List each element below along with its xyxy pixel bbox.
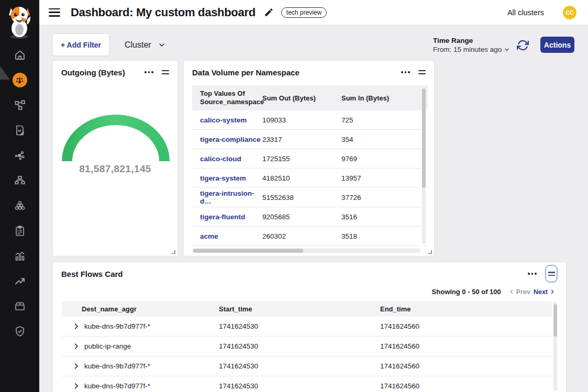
- avatar[interactable]: CC: [563, 6, 576, 19]
- table-row: calico-system 109033 725: [192, 110, 428, 130]
- expand-row-chevron-icon[interactable]: [72, 382, 80, 390]
- table-row: kube-dns-9b7d977f-* 1741624530 174162456…: [62, 356, 552, 376]
- clipboard-list-icon: [14, 225, 26, 237]
- gauge-arc: [53, 107, 179, 164]
- namespace-link[interactable]: calico-cloud: [200, 155, 241, 163]
- table-row: tigera-system 4182510 13957: [192, 169, 428, 188]
- namespace-link[interactable]: tigera-compliance: [200, 136, 261, 143]
- time-range-label: Time Range: [433, 37, 510, 44]
- trend-arrow-icon: [14, 275, 26, 287]
- column-header: Start_time: [219, 305, 380, 313]
- chevron-down-icon: [158, 41, 166, 49]
- stats-chart-icon: [14, 250, 26, 262]
- column-header: Sum Out (Bytes): [262, 94, 341, 102]
- refresh-icon[interactable]: [517, 39, 529, 52]
- sidebar-item-home[interactable]: [13, 49, 27, 61]
- next-page-button[interactable]: Next: [534, 288, 556, 296]
- table-row: acme 260302 3518: [192, 227, 428, 246]
- table-header-row: Top Values Of Source_namespace Sum Out (…: [192, 85, 428, 110]
- resize-handle[interactable]: [428, 250, 432, 254]
- column-header: End_time: [380, 305, 552, 313]
- calico-cat-logo[interactable]: [5, 4, 34, 39]
- chevron-right-icon: [549, 288, 556, 295]
- cluster-dropdown-label: Cluster: [125, 40, 151, 50]
- sidebar-item-statistics[interactable]: [13, 250, 27, 262]
- vertical-scrollbar[interactable]: [553, 302, 557, 391]
- package-box-icon: [14, 300, 26, 312]
- time-range: Time Range From: 15 minutes ago: [433, 37, 510, 53]
- chevron-left-icon: [508, 288, 515, 295]
- table-row: kube-dns-9b7d977f-* 1741624530 174162456…: [62, 376, 552, 392]
- best-flows-card: Best Flows Card Showing 0 - 50 of 100 Pr…: [52, 262, 567, 392]
- cluster-circles-icon: [14, 199, 26, 212]
- resize-handle[interactable]: [172, 250, 175, 254]
- column-header: Sum In (Bytes): [341, 94, 420, 102]
- table-row: tigera-fluentd 9205685 3516: [192, 207, 428, 227]
- report-edit-icon: [14, 124, 26, 137]
- topology-icon: [14, 99, 26, 111]
- shield-check-icon: [14, 325, 26, 338]
- sidebar-item-reports[interactable]: [13, 124, 27, 137]
- namespace-link[interactable]: tigera-intrusion-d…: [200, 189, 254, 205]
- sidebar-item-service-graph[interactable]: [13, 99, 27, 111]
- sidebar-item-workloads[interactable]: [13, 300, 27, 312]
- prev-page-button[interactable]: Prev: [508, 288, 530, 296]
- pagination: Showing 0 - 50 of 100 Prev Next: [432, 288, 556, 296]
- gauge-value: 81,587,821,145: [53, 163, 177, 175]
- vertical-scrollbar[interactable]: [422, 87, 426, 244]
- chevron-down-icon: [504, 47, 510, 53]
- actions-button[interactable]: Actions: [540, 37, 574, 53]
- card-drag-handle-icon[interactable]: [418, 68, 426, 76]
- add-filter-button[interactable]: + Add Filter: [52, 33, 109, 56]
- card-options-icon[interactable]: [401, 69, 410, 75]
- expand-row-chevron-icon[interactable]: [72, 342, 80, 350]
- card-title: Data Volume per Namespace: [192, 68, 299, 77]
- table-header-row: Dest_name_aggr Start_time End_time: [62, 301, 552, 317]
- namespace-link[interactable]: calico-system: [200, 116, 247, 124]
- home-icon: [14, 49, 26, 61]
- topbar: Dashboard: My custom dashboard tech prev…: [39, 0, 588, 25]
- sidebar-item-network-sets[interactable]: [13, 174, 27, 187]
- network-tree-icon: [14, 174, 26, 187]
- sidebar: [0, 0, 39, 392]
- table-row: calico-cloud 1725155 9769: [192, 149, 428, 169]
- expand-row-chevron-icon[interactable]: [72, 322, 80, 330]
- card-drag-handle-icon[interactable]: [162, 68, 169, 76]
- edit-pencil-icon[interactable]: [264, 7, 274, 17]
- flows-table: Dest_name_aggr Start_time End_time kube-…: [62, 301, 552, 392]
- card-title: Best Flows Card: [61, 270, 123, 278]
- time-range-value-dropdown[interactable]: From: 15 minutes ago: [433, 46, 510, 53]
- outgoing-bytes-card: Outgoing (Bytes) 81,587,821,145: [52, 60, 178, 256]
- cluster-scope-selector[interactable]: All clusters: [507, 8, 544, 17]
- tech-preview-badge: tech preview: [281, 7, 327, 18]
- namespace-table: Top Values Of Source_namespace Sum Out (…: [192, 85, 428, 246]
- showing-count: Showing 0 - 50 of 100: [432, 288, 501, 296]
- expand-row-chevron-icon[interactable]: [72, 362, 80, 370]
- data-volume-card: Data Volume per Namespace Top Values Of …: [183, 60, 435, 256]
- graph-nodes-icon: [14, 149, 26, 162]
- card-options-icon[interactable]: [145, 69, 153, 75]
- menu-icon[interactable]: [49, 8, 60, 17]
- table-row: kube-dns-9b7d977f-* 1741624530 174162456…: [62, 317, 552, 337]
- sidebar-item-trends[interactable]: [13, 275, 27, 287]
- card-options-icon[interactable]: [528, 271, 537, 277]
- table-row: public-ip-range 1741624530 1741624560: [62, 337, 552, 356]
- namespace-link[interactable]: tigera-system: [200, 174, 246, 182]
- table-row: tigera-compliance 23317 354: [192, 130, 428, 149]
- cluster-dropdown[interactable]: Cluster: [125, 33, 166, 56]
- namespace-link[interactable]: acme: [200, 232, 218, 240]
- sidebar-item-threat-graph[interactable]: [13, 149, 27, 162]
- card-title: Outgoing (Bytes): [61, 68, 125, 77]
- column-header: Top Values Of Source_namespace: [192, 89, 262, 107]
- dashboard-gauge-icon: [13, 73, 27, 87]
- sidebar-item-clusters[interactable]: [13, 199, 27, 212]
- sidebar-item-dashboards[interactable]: [13, 74, 27, 86]
- page-title: Dashboard: My custom dashboard: [71, 6, 256, 19]
- horizontal-scrollbar[interactable]: [192, 249, 420, 253]
- app-screen: Dashboard: My custom dashboard tech prev…: [0, 0, 588, 392]
- card-drag-handle-icon-focused[interactable]: [545, 265, 558, 283]
- sidebar-item-security[interactable]: [13, 325, 27, 338]
- column-header: Dest_name_aggr: [62, 305, 219, 313]
- sidebar-item-policies[interactable]: [13, 225, 27, 237]
- namespace-link[interactable]: tigera-fluentd: [200, 213, 245, 221]
